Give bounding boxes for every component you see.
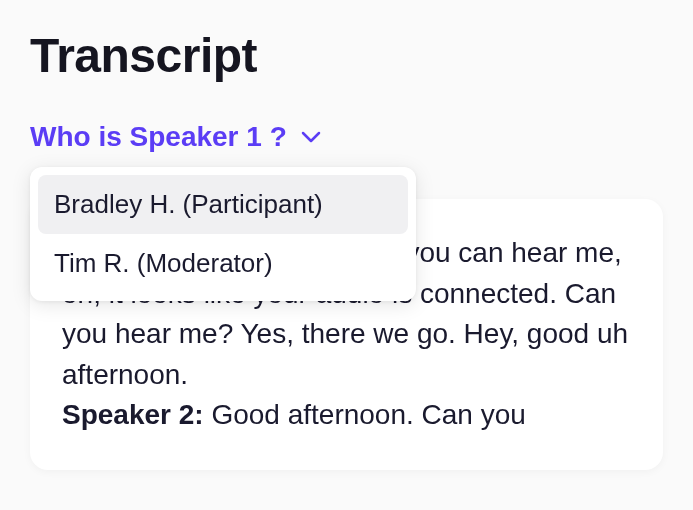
speaker-dropdown-trigger[interactable]: Who is Speaker 1 ?	[30, 121, 321, 153]
speaker-2-text: Good afternoon. Can you	[204, 399, 526, 430]
speaker-dropdown-label: Who is Speaker 1 ?	[30, 121, 287, 153]
chevron-down-icon	[301, 131, 321, 143]
dropdown-option-2[interactable]: Tim R. (Moderator)	[38, 234, 408, 293]
speaker-dropdown: Who is Speaker 1 ? Bradley H. (Participa…	[30, 121, 321, 153]
dropdown-option-1[interactable]: Bradley H. (Participant)	[38, 175, 408, 234]
page-title: Transcript	[30, 28, 663, 83]
speaker-2-label: Speaker 2:	[62, 399, 204, 430]
speaker-dropdown-menu: Bradley H. (Participant) Tim R. (Moderat…	[30, 167, 416, 301]
